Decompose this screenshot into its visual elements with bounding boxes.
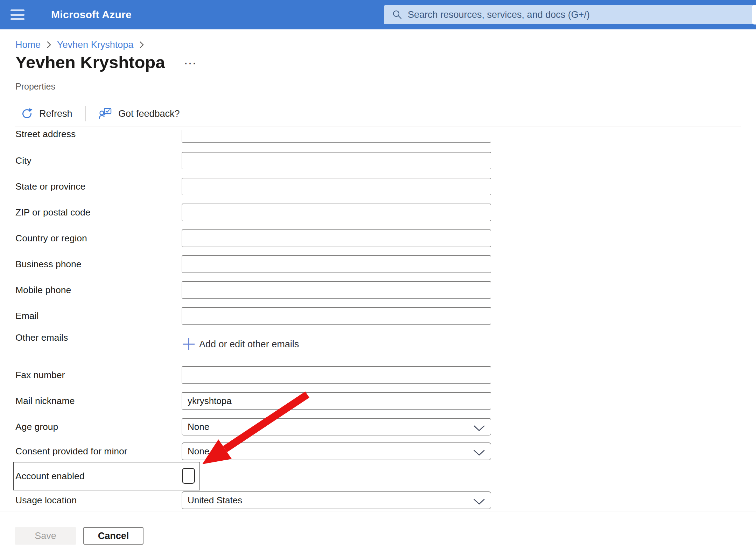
field-label-business-phone: Business phone [15, 255, 169, 273]
field-label-mail-nickname: Mail nickname [15, 392, 169, 410]
mail-nickname-input[interactable] [182, 392, 491, 410]
refresh-button[interactable]: Refresh [21, 105, 72, 122]
field-label-email: Email [15, 307, 169, 325]
plus-icon [182, 337, 196, 351]
breadcrumb-user-link[interactable]: Yevhen Kryshtopa [57, 40, 133, 50]
feedback-label: Got feedback? [118, 108, 180, 119]
feedback-icon [99, 108, 112, 120]
field-label-consent-minor: Consent provided for minor [15, 442, 169, 460]
field-label-country: Country or region [15, 229, 169, 247]
save-button[interactable]: Save [15, 527, 76, 545]
field-label-account-enabled: Account enabled [15, 462, 84, 490]
field-label-usage-location: Usage location [15, 491, 169, 509]
page-subtitle: Properties [15, 81, 55, 92]
field-label-city: City [15, 152, 169, 169]
chevron-down-icon [473, 424, 485, 434]
add-other-emails-label: Add or edit other emails [199, 339, 299, 350]
breadcrumb-home-link[interactable]: Home [15, 40, 41, 50]
refresh-label: Refresh [39, 108, 72, 119]
age-group-value: None [188, 421, 209, 432]
age-group-select[interactable]: None [182, 418, 491, 435]
mobile-phone-input[interactable] [182, 281, 491, 299]
fax-input[interactable] [182, 366, 491, 384]
account-enabled-checkbox[interactable] [182, 468, 195, 484]
chevron-down-icon [473, 497, 485, 508]
country-input[interactable] [182, 229, 491, 247]
street-address-row: Street address [0, 130, 525, 143]
cancel-button[interactable]: Cancel [83, 527, 144, 545]
header-edge-button-partial[interactable] [752, 5, 756, 24]
usage-location-value: United States [188, 495, 242, 506]
field-label-age-group: Age group [15, 418, 169, 435]
more-options-ellipsis-icon[interactable]: … [183, 52, 197, 68]
app-title: Microsoft Azure [51, 0, 132, 29]
chevron-down-icon [473, 448, 485, 459]
add-other-emails-link[interactable]: Add or edit other emails [182, 334, 299, 354]
consent-minor-value: None [188, 446, 209, 457]
breadcrumb: Home Yevhen Kryshtopa [15, 38, 150, 52]
state-input[interactable] [182, 178, 491, 195]
usage-location-select[interactable]: United States [182, 491, 491, 509]
toolbar-divider [15, 127, 741, 127]
field-label-state: State or province [15, 178, 169, 195]
email-input[interactable] [182, 307, 491, 325]
hamburger-menu-icon[interactable] [10, 9, 24, 20]
field-label-zip: ZIP or postal code [15, 204, 169, 221]
toolbar-separator [85, 106, 86, 121]
breadcrumb-chevron-icon [139, 41, 144, 49]
business-phone-input[interactable] [182, 255, 491, 273]
zip-input[interactable] [182, 204, 491, 221]
feedback-button[interactable]: Got feedback? [99, 105, 180, 122]
refresh-icon [21, 108, 33, 120]
global-search-box[interactable] [384, 5, 756, 24]
field-label-fax: Fax number [15, 366, 169, 384]
azure-portal-window: Microsoft Azure Home Yevhen Kryshtopa Ye… [0, 0, 756, 560]
top-app-bar: Microsoft Azure [0, 0, 756, 29]
search-input[interactable] [407, 9, 730, 21]
street-address-input[interactable] [182, 130, 491, 143]
page-title: Yevhen Kryshtopa [15, 52, 165, 72]
city-input[interactable] [182, 152, 491, 169]
consent-minor-select[interactable]: None [182, 442, 491, 460]
field-label-other-emails: Other emails [15, 330, 169, 345]
field-label-street-address: Street address [15, 130, 169, 143]
search-icon [392, 10, 402, 20]
footer-divider [0, 511, 756, 511]
field-label-mobile-phone: Mobile phone [15, 281, 169, 299]
breadcrumb-chevron-icon [46, 41, 51, 49]
